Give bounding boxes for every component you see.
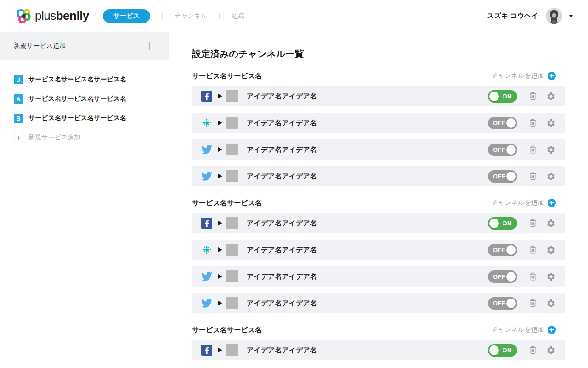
add-channel-plus-icon <box>548 199 556 207</box>
twitter-icon <box>201 171 212 182</box>
app-logo[interactable]: plusbenlly <box>15 7 89 25</box>
toggle-knob <box>506 245 516 255</box>
channel-toggle[interactable]: ON <box>488 217 517 230</box>
sidebar-service-item[interactable]: Bサービス名サービス名サービス名 <box>14 114 169 123</box>
expand-arrow-icon[interactable] <box>218 221 222 225</box>
service-list: Jサービス名サービス名サービス名Aサービス名サービス名サービス名Bサービス名サー… <box>0 60 169 142</box>
channel-toggle[interactable]: OFF <box>488 270 517 283</box>
channel-name-label: アイデア名アイデア名 <box>247 172 317 181</box>
gear-icon[interactable] <box>546 345 556 355</box>
header-user-area: スズキ コウヘイ <box>487 8 573 24</box>
channel-row: アイデア名アイデア名ON <box>192 86 565 106</box>
section-title: サービス名サービス名 <box>192 199 262 207</box>
toggle-state-label: OFF <box>493 173 506 180</box>
toggle-knob <box>506 145 516 155</box>
add-channel-label: チャンネルを追加 <box>492 72 544 80</box>
channel-thumbnail <box>226 170 238 182</box>
channel-row: アイデア名アイデア名OFF <box>192 266 565 287</box>
channel-row: アイデア名アイデア名OFF <box>192 293 565 313</box>
channel-sections: サービス名サービス名チャンネルを追加アイデア名アイデア名ONアイデア名アイデア名… <box>192 71 565 360</box>
channel-toggle[interactable]: OFF <box>488 244 517 256</box>
expand-arrow-icon[interactable] <box>218 348 222 352</box>
expand-arrow-icon[interactable] <box>218 174 222 178</box>
user-name: スズキ コウヘイ <box>487 12 538 20</box>
avatar-image <box>546 8 562 24</box>
add-channel-button[interactable]: チャンネルを追加 <box>492 72 556 80</box>
facebook-icon <box>201 218 212 229</box>
sidebar-service-item[interactable]: Jサービス名サービス名サービス名 <box>14 75 169 84</box>
channel-toggle[interactable]: ON <box>488 344 517 356</box>
trash-icon[interactable] <box>528 245 537 255</box>
service-name-label: サービス名サービス名サービス名 <box>28 75 126 84</box>
expand-arrow-icon[interactable] <box>218 301 222 305</box>
sidebar-add-service-bottom-button[interactable]: 新規サービス追加 <box>14 133 169 142</box>
trash-icon[interactable] <box>528 144 537 155</box>
gear-icon[interactable] <box>546 272 556 282</box>
channel-name-label: アイデア名アイデア名 <box>247 346 317 355</box>
service-initial-badge: J <box>14 75 23 84</box>
add-channel-label: チャンネルを追加 <box>492 326 544 334</box>
nav-separator <box>162 13 163 19</box>
toggle-knob <box>506 172 516 181</box>
user-avatar[interactable] <box>546 8 562 24</box>
add-channel-label: チャンネルを追加 <box>492 199 544 207</box>
gear-icon[interactable] <box>546 218 556 228</box>
add-channel-button[interactable]: チャンネルを追加 <box>492 199 556 207</box>
toggle-state-label: ON <box>503 93 512 100</box>
trash-icon[interactable] <box>528 218 537 228</box>
toggle-state-label: OFF <box>493 247 506 253</box>
gear-icon[interactable] <box>546 145 556 155</box>
expand-arrow-icon[interactable] <box>218 274 222 279</box>
expand-arrow-icon[interactable] <box>218 147 222 152</box>
toggle-knob <box>489 218 499 228</box>
gear-icon[interactable] <box>546 299 556 308</box>
add-service-label: 新規サービス追加 <box>14 42 66 50</box>
trash-icon[interactable] <box>528 298 537 308</box>
sidebar-service-item[interactable]: Aサービス名サービス名サービス名 <box>14 94 169 104</box>
add-channel-plus-icon <box>548 326 556 334</box>
channel-name-label: アイデア名アイデア名 <box>247 119 317 127</box>
channel-thumbnail <box>226 244 238 256</box>
nav-tab-services[interactable]: サービス <box>103 9 150 23</box>
expand-arrow-icon[interactable] <box>218 247 222 252</box>
gear-icon[interactable] <box>546 172 556 181</box>
facebook-icon <box>201 91 212 102</box>
gear-icon[interactable] <box>546 118 556 128</box>
channel-toggle[interactable]: OFF <box>488 297 517 310</box>
sidebar-add-service-button[interactable]: 新規サービス追加 <box>0 32 169 60</box>
add-service-label: 新規サービス追加 <box>28 133 80 142</box>
toggle-knob <box>506 299 516 308</box>
section-header: サービス名サービス名チャンネルを追加 <box>192 198 565 207</box>
trash-icon[interactable] <box>528 171 537 181</box>
channel-name-label: アイデア名アイデア名 <box>247 246 317 254</box>
channel-row: アイデア名アイデア名OFF <box>192 139 565 160</box>
add-channel-button[interactable]: チャンネルを追加 <box>492 326 556 334</box>
toggle-state-label: ON <box>503 347 512 354</box>
trash-icon[interactable] <box>528 271 537 282</box>
trash-icon[interactable] <box>528 91 537 101</box>
nav-tab-channels[interactable]: チャンネル <box>175 12 208 20</box>
expand-arrow-icon[interactable] <box>218 94 222 98</box>
channel-toggle[interactable]: OFF <box>488 170 517 183</box>
channel-row: アイデア名アイデア名OFF <box>192 166 565 186</box>
add-channel-plus-icon <box>548 72 556 80</box>
gear-icon[interactable] <box>546 245 556 255</box>
toggle-knob <box>489 345 499 355</box>
gear-icon[interactable] <box>546 92 556 101</box>
channel-toggle[interactable]: ON <box>488 90 517 103</box>
channel-thumbnail <box>226 117 238 129</box>
channel-section: サービス名サービス名チャンネルを追加アイデア名アイデア名ONアイデア名アイデア名… <box>192 71 565 186</box>
channel-toggle[interactable]: OFF <box>488 144 517 156</box>
trash-icon[interactable] <box>528 345 537 355</box>
channel-toggle[interactable]: OFF <box>488 117 517 129</box>
channel-name-label: アイデア名アイデア名 <box>247 272 317 281</box>
nav-separator <box>219 13 220 19</box>
twitter-icon <box>201 271 212 282</box>
chevron-down-icon[interactable] <box>569 15 573 17</box>
expand-arrow-icon[interactable] <box>218 121 222 125</box>
nav-tab-organization[interactable]: 組織 <box>232 12 244 20</box>
section-header: サービス名サービス名チャンネルを追加 <box>192 71 565 80</box>
service-name-label: サービス名サービス名サービス名 <box>28 114 126 122</box>
toggle-state-label: OFF <box>493 120 506 126</box>
trash-icon[interactable] <box>528 118 537 128</box>
